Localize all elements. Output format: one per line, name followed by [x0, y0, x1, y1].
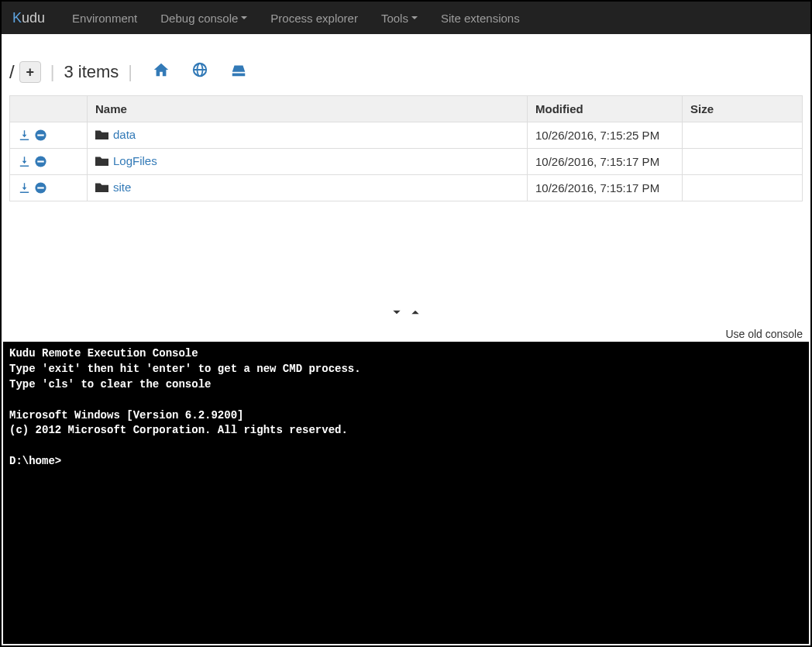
download-icon[interactable] [18, 181, 31, 194]
console-link-row: Use old console [2, 325, 810, 342]
svg-rect-1 [37, 134, 44, 136]
table-row: site10/26/2016, 7:15:17 PM [10, 175, 803, 201]
nav-item-site-extensions[interactable]: Site extensions [429, 2, 532, 34]
size-cell [683, 149, 803, 175]
globe-icon[interactable] [191, 61, 208, 83]
nav-items: EnvironmentDebug console Process explore… [60, 2, 532, 34]
actions-cell [10, 175, 88, 201]
folder-icon [95, 155, 108, 169]
brand-prefix: K [12, 10, 22, 26]
download-icon[interactable] [18, 129, 31, 142]
nav-item-environment[interactable]: Environment [60, 2, 149, 34]
delete-icon[interactable] [34, 155, 47, 168]
table-row: data10/26/2016, 7:15:25 PM [10, 122, 803, 149]
modified-cell: 10/26/2016, 7:15:25 PM [528, 122, 683, 149]
brand-rest: udu [22, 10, 45, 26]
modified-cell: 10/26/2016, 7:15:17 PM [528, 175, 683, 201]
nav-item-process-explorer[interactable]: Process explorer [259, 2, 370, 34]
folder-icon [95, 181, 108, 195]
table-row: LogFiles10/26/2016, 7:15:17 PM [10, 149, 803, 175]
caret-icon [411, 16, 418, 19]
use-old-console-link[interactable]: Use old console [725, 328, 803, 340]
actions-cell [10, 122, 88, 149]
item-count: 3 items [64, 62, 119, 82]
col-name: Name [88, 96, 528, 122]
size-cell [683, 175, 803, 201]
caret-icon [241, 16, 247, 19]
navbar: Kudu EnvironmentDebug console Process ex… [2, 2, 810, 34]
actions-cell [10, 149, 88, 175]
chevron-up-icon[interactable] [409, 307, 421, 318]
svg-rect-5 [37, 188, 44, 189]
console-output[interactable]: Kudu Remote Execution Console Type 'exit… [3, 342, 809, 644]
home-icon[interactable] [153, 61, 170, 83]
folder-link[interactable]: LogFiles [113, 154, 157, 167]
svg-rect-3 [37, 160, 44, 162]
file-table: Name Modified Size data10/26/2016, 7:15:… [9, 95, 803, 201]
disk-icon[interactable] [230, 61, 247, 83]
path-bar: / + | 3 items | [9, 34, 803, 95]
navbar-brand[interactable]: Kudu [12, 10, 45, 26]
name-cell: site [88, 175, 528, 201]
splitter [2, 302, 810, 325]
add-button[interactable]: + [19, 61, 41, 83]
col-modified: Modified [528, 96, 683, 122]
folder-link[interactable]: site [113, 181, 131, 194]
delete-icon[interactable] [34, 181, 47, 194]
modified-cell: 10/26/2016, 7:15:17 PM [528, 149, 683, 175]
size-cell [683, 122, 803, 149]
col-size: Size [683, 96, 803, 122]
chevron-down-icon[interactable] [391, 307, 403, 318]
folder-icon [95, 129, 108, 143]
divider: | [50, 62, 55, 82]
name-cell: data [88, 122, 528, 149]
download-icon[interactable] [18, 155, 31, 168]
nav-item-tools[interactable]: Tools [370, 2, 429, 34]
delete-icon[interactable] [34, 129, 47, 142]
path-root[interactable]: / [9, 61, 15, 83]
name-cell: LogFiles [88, 149, 528, 175]
col-actions [10, 96, 88, 122]
divider: | [128, 62, 132, 82]
nav-item-debug-console[interactable]: Debug console [149, 2, 259, 34]
folder-link[interactable]: data [113, 128, 136, 141]
